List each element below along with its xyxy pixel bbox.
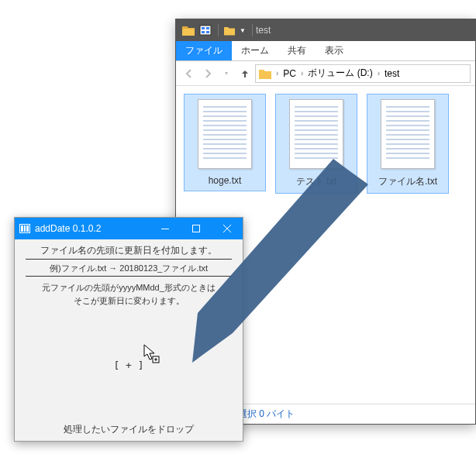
tab-home[interactable]: ホーム	[232, 41, 278, 60]
file-name: hoge.txt	[209, 175, 242, 186]
adddate-window: addDate 0.1.0.2 ファイル名の先頭に更新日を付加します。 例)ファ…	[14, 217, 243, 442]
svg-rect-1	[202, 27, 205, 29]
text-file-icon	[381, 99, 435, 169]
folder-icon	[181, 22, 196, 38]
svg-rect-2	[206, 27, 209, 29]
nav-up-icon[interactable]	[236, 65, 254, 82]
tab-view[interactable]: 表示	[316, 41, 353, 60]
chevron-down-icon[interactable]: ▼	[240, 27, 246, 34]
explorer-quick-access-icon[interactable]	[198, 22, 213, 38]
file-name: テスト.txt	[296, 175, 336, 188]
file-name: ファイル名.txt	[378, 175, 437, 188]
address-bar: ▾ › PC › ボリューム (D:) › test	[176, 61, 475, 86]
explorer-titlebar[interactable]: ▼ test	[176, 19, 475, 41]
address-path[interactable]: › PC › ボリューム (D:) › test	[255, 64, 471, 83]
text-file-icon	[289, 99, 343, 169]
svg-rect-6	[193, 225, 200, 232]
nav-forward-icon[interactable]	[199, 65, 216, 82]
chevron-right-icon: ›	[276, 69, 278, 77]
svg-rect-3	[202, 31, 205, 33]
svg-rect-0	[200, 26, 211, 35]
drop-label: [ + ]	[113, 359, 143, 371]
explorer-title-text: test	[256, 25, 271, 36]
app-icon	[19, 224, 30, 233]
file-item[interactable]: hoge.txt	[184, 94, 266, 191]
text-file-icon	[198, 99, 252, 169]
note-text: 元ファイルの先頭がyyyyMMdd_形式のときは そこが更新日に変わります。	[21, 281, 236, 307]
folder-small-icon[interactable]	[222, 22, 237, 38]
adddate-body: ファイル名の先頭に更新日を付加します。 例)ファイル.txt → 2018012…	[15, 239, 243, 441]
cursor-icon	[143, 344, 160, 366]
adddate-titlebar[interactable]: addDate 0.1.0.2	[15, 218, 243, 239]
chevron-right-icon: ›	[301, 69, 303, 77]
tab-share[interactable]: 共有	[278, 41, 316, 60]
maximize-button[interactable]	[181, 218, 212, 239]
minimize-button[interactable]	[150, 218, 181, 239]
breadcrumb-item[interactable]: PC	[283, 68, 296, 79]
close-button[interactable]	[212, 218, 243, 239]
heading-text: ファイル名の先頭に更新日を付加します。	[26, 244, 232, 260]
folder-icon	[259, 68, 271, 79]
separator	[252, 24, 253, 36]
nav-recent-icon[interactable]: ▾	[218, 65, 235, 82]
file-item[interactable]: ファイル名.txt	[367, 94, 449, 194]
breadcrumb-item[interactable]: ボリューム (D:)	[308, 67, 372, 80]
separator	[218, 24, 219, 36]
breadcrumb-item[interactable]: test	[385, 68, 399, 79]
footer-text: 処理したいファイルをドロップ	[21, 423, 236, 438]
file-item[interactable]: テスト.txt	[275, 94, 357, 194]
drop-zone[interactable]: [ + ]	[21, 307, 236, 423]
nav-back-icon[interactable]	[181, 65, 198, 82]
tab-file[interactable]: ファイル	[176, 41, 232, 60]
chevron-right-icon: ›	[378, 69, 380, 77]
adddate-title: addDate 0.1.0.2	[35, 223, 101, 234]
svg-rect-4	[206, 31, 209, 33]
ribbon-tabs: ファイル ホーム 共有 表示	[176, 41, 475, 61]
example-text: 例)ファイル.txt → 20180123_ファイル.txt	[26, 263, 232, 277]
svg-rect-5	[161, 229, 169, 229]
